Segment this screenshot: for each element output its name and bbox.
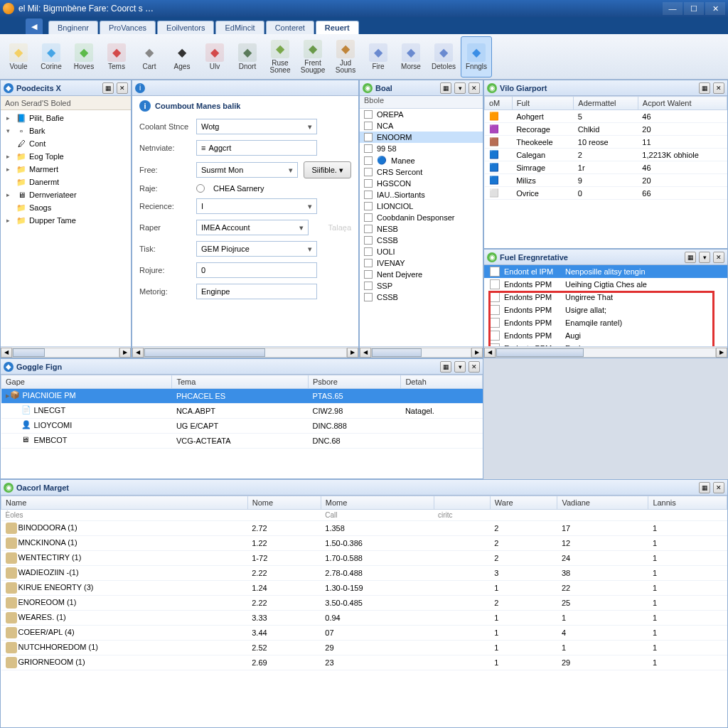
panel-close-button[interactable]: ✕ [713,482,724,493]
col-header[interactable]: Ware [490,496,557,510]
tool-detoles[interactable]: ◆Detoles [428,36,459,77]
col-header[interactable]: Psbore [309,375,401,389]
checkbox[interactable] [364,259,373,267]
form-input[interactable]: ≡Aggcrt [196,140,317,156]
list-item[interactable]: NCA [360,120,483,132]
checkbox[interactable] [364,144,373,153]
expand-icon[interactable]: ▸ [6,166,14,173]
form-input[interactable]: 0 [196,262,317,278]
tool-jud-souns[interactable]: ◆Jud Souns [330,36,361,77]
panel-opt-button[interactable]: ▦ [102,82,114,94]
fuel-item[interactable]: Endonts PPMFuel [484,342,727,346]
table-row[interactable]: KIRUE ENEORTY (3)1.241.30-0-1591221 [1,581,727,596]
table-row[interactable]: COEER/APL (4)3.4407141 [1,626,727,641]
panel-opt-button[interactable]: ▦ [440,82,451,94]
expand-icon[interactable]: ▸ [6,191,14,198]
list-item[interactable]: CSSB [360,235,483,246]
form-button[interactable]: Siifible. ▾ [304,161,351,178]
form-input[interactable]: I [196,198,317,214]
list-item[interactable]: UOLI [360,246,483,257]
tree-item[interactable]: ▸🖥Dernveriateer [1,188,131,201]
tool-dnort[interactable]: ◆Dnort [232,36,263,77]
list-item[interactable]: ENOORM [360,132,483,143]
tab-provances[interactable]: ProVances [100,21,156,34]
table-row[interactable]: ⬜Ovrice066 [485,187,727,200]
tool-frent-sougpe[interactable]: ◆Frent Sougpe [297,36,328,77]
tab-conteret[interactable]: Conteret [266,21,314,34]
panel-opt-button[interactable]: ▦ [440,361,451,373]
list-item[interactable]: CSSB [360,291,483,303]
tab-eoilventors[interactable]: Eoilventors [157,21,214,34]
h-scrollbar[interactable]: ◀▶ [484,346,727,358]
panel-opt-button[interactable]: ▦ [699,82,710,94]
table-row[interactable]: WEARES. (1)3.330.94111 [1,611,727,626]
checkbox[interactable] [364,191,373,199]
form-input[interactable]: IMEA Account [196,220,309,235]
table-row[interactable]: 🟧Aohgert546 [485,110,727,123]
tab-reuert[interactable]: Reuert [316,21,359,34]
list-item[interactable]: HGSCON [360,178,483,189]
fuel-item[interactable]: Endonts PPMUsigre allat; [484,304,727,316]
tool-fnngls[interactable]: ◆Fnngls [461,36,492,77]
maximize-button[interactable]: ☐ [684,2,704,15]
tree-item[interactable]: ▾▫Bark [1,124,131,137]
table-row[interactable]: 🟪RecorageChlkid20 [485,123,727,136]
fuel-item[interactable]: Endonts PPMEnamqile rantel) [484,316,727,329]
list-item[interactable]: LIONCIOL [360,200,483,212]
table-row[interactable]: 🟦Simrage1r46 [485,161,727,174]
panel-dd-button[interactable]: ▾ [454,361,466,373]
tool-ages[interactable]: ◆Ages [166,36,198,77]
tree-item[interactable]: ▸📁Eog Tople [1,150,131,163]
col-header[interactable]: Adermattel [574,97,638,110]
h-scrollbar[interactable]: ◀▶ [1,346,131,358]
tool-morse[interactable]: ◆Morse [395,36,427,77]
list-item[interactable]: CRS Sercont [360,166,483,178]
panel-close-button[interactable]: ✕ [117,82,128,94]
tool-ruse-sonee[interactable]: ◆Ruse Sonee [264,36,296,77]
form-input[interactable]: Susrmt Mon [196,162,298,178]
col-header[interactable]: Name [1,496,248,510]
panel-dd-button[interactable]: ▾ [699,252,710,263]
close-button[interactable]: ✕ [705,2,725,15]
list-item[interactable]: 99 58 [360,143,483,154]
table-row[interactable]: ENOREOOM (1)2.223.50-0.4852251 [1,596,727,611]
checkbox[interactable] [364,213,373,222]
fuel-item[interactable]: Endont el IPMNenposille alitsy tengin [484,265,727,278]
panel-close-button[interactable]: ✕ [713,252,724,263]
col-header[interactable] [434,496,490,510]
tool-fire[interactable]: ◆Fire [363,36,394,77]
panel-close-button[interactable]: ✕ [469,361,480,373]
col-header[interactable]: Lannis [648,496,727,510]
checkbox[interactable] [364,179,373,188]
col-header[interactable]: Vadiane [557,496,648,510]
tree-item[interactable]: ▸📘Pilit, Bafie [1,112,131,124]
tab-bnginenr[interactable]: Bnginenr [48,21,98,34]
radio-button[interactable] [196,184,205,193]
h-scrollbar[interactable]: ◀▶ [132,346,358,358]
list-item[interactable]: IVENAY [360,257,483,269]
col-header[interactable]: Acport Walent [638,97,727,110]
table-row[interactable]: 🖥EMBCOTVCG-ACTEATADNC.68 [1,434,483,449]
expand-icon[interactable]: ▸ [6,153,14,160]
nav-back-button[interactable]: ◀ [26,18,43,34]
panel-opt-button[interactable]: ▦ [699,482,710,493]
fuel-item[interactable]: Endonts PPMAugi [484,329,727,342]
checkbox[interactable] [364,282,373,290]
col-header[interactable]: Mome [321,496,434,510]
list-item[interactable]: Nent Dejvere [360,269,483,280]
tool-hoves[interactable]: ◆Hoves [68,36,100,77]
tool-tems[interactable]: ◆Tems [101,36,132,77]
fuel-item[interactable]: Endonts PPMUeihing Cigtia Ches ale [484,278,727,291]
table-row[interactable]: 🟦Calegan21,2213K obhiole [485,149,727,161]
table-row[interactable]: WADIEOZIIN -(1)2.222.78-0.4883381 [1,566,727,581]
tool-ulv[interactable]: ◆Ulv [199,36,230,77]
panel-dd-button[interactable]: ▾ [454,82,466,94]
tree-item[interactable]: 🖊Cont [1,137,131,150]
tree-item[interactable]: 📁Saogs [1,201,131,214]
tree-item[interactable]: 📁Danermt [1,176,131,188]
list-item[interactable]: IAU..Siortants [360,189,483,200]
checkbox[interactable] [364,225,373,233]
expand-icon[interactable]: ▾ [6,127,14,134]
list-item[interactable]: Coobdanin Desponser [360,212,483,223]
fuel-item[interactable]: Endonts PPMUngirree That [484,291,727,304]
